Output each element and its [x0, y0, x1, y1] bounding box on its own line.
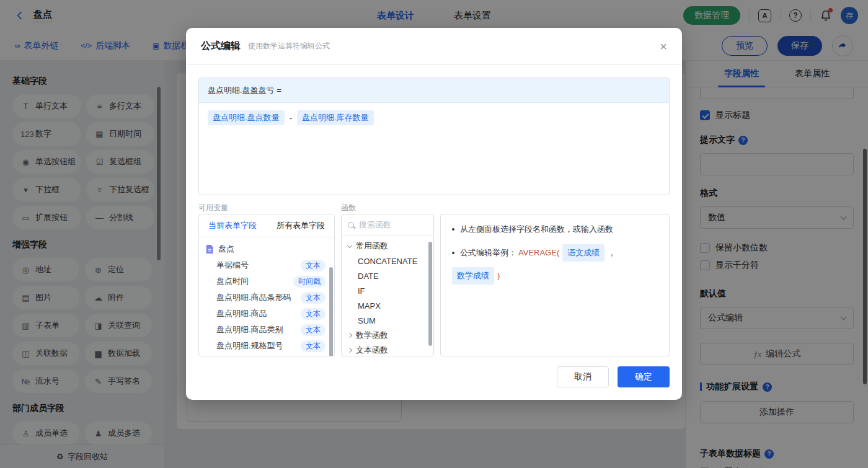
functions-list: 常用函数 CONCATENATE DATE IF MAPX: [342, 236, 433, 356]
variable-type-badge: 文本: [301, 340, 326, 352]
help-example-chip: 语文成绩: [562, 244, 604, 262]
variables-tab[interactable]: 当前表单字段: [208, 220, 257, 231]
formula-expression[interactable]: 盘点明细.盘点数量 - 盘点明细.库存数量: [199, 103, 669, 133]
formula-operand-chip[interactable]: 盘点明细.库存数量: [297, 110, 374, 125]
function-row[interactable]: IF: [342, 283, 433, 298]
functions-box: 常用函数 CONCATENATE DATE IF MAPX: [341, 214, 434, 356]
formula-editor-modal: 公式编辑 使用数学运算符编辑公式 × 盘点明细.盘盈盘亏 = 盘点明细.盘点数量…: [186, 28, 682, 400]
formula-box: 盘点明细.盘盈盘亏 = 盘点明细.盘点数量 - 盘点明细.库存数量: [198, 77, 670, 195]
help-example-chip: 数学成绩: [452, 267, 494, 285]
function-label: MAPX: [358, 301, 381, 311]
variables-rows: 单据编号 文本 盘点时间 时间戳 盘点明细.商品条形码 文本 盘点明细.商品 文…: [199, 257, 334, 354]
function-row[interactable]: SUM: [342, 313, 433, 328]
function-row[interactable]: 数学函数: [342, 328, 433, 343]
variable-row[interactable]: 盘点明细.规格型号 文本: [199, 338, 334, 354]
help-example-fn: AVERAGE(: [518, 246, 559, 260]
variables-tabs: 当前表单字段所有表单字段: [199, 214, 334, 237]
formula-operand-chip[interactable]: 盘点明细.盘点数量: [208, 110, 285, 125]
formula-help-box: 从左侧面板选择字段名和函数，或输入函数 公式编辑举例： AVERAGE( 语文成…: [440, 214, 670, 356]
function-row[interactable]: MAPX: [342, 298, 433, 313]
help-example-prefix: 公式编辑举例：: [460, 246, 516, 260]
chevron-icon: [347, 333, 352, 338]
cancel-button[interactable]: 取消: [557, 366, 609, 387]
modal-title: 公式编辑: [201, 40, 241, 53]
function-label: 常用函数: [356, 241, 388, 252]
function-label: CONCATENATE: [358, 257, 417, 266]
document-icon: [206, 245, 214, 254]
help-example-close: ): [497, 269, 500, 283]
bullet-icon: [452, 228, 454, 231]
variables-list: 盘点 单据编号 文本 盘点时间 时间戳 盘点明细.商品条形码 文本: [199, 237, 334, 356]
variable-row[interactable]: 单据编号 文本: [199, 257, 334, 273]
variable-name: 单据编号: [216, 260, 249, 271]
variables-scrollbar[interactable]: [329, 267, 333, 356]
variables-panel-label: 可用变量: [198, 203, 228, 213]
variable-name: 盘点明细.规格型号: [216, 340, 283, 351]
modal-footer: 取消 确定: [557, 366, 670, 387]
formula-operator: -: [290, 113, 292, 123]
function-label: 文本函数: [356, 345, 388, 356]
function-label: SUM: [358, 316, 376, 325]
function-label: 数学函数: [356, 330, 388, 341]
modal-header: 公式编辑 使用数学运算符编辑公式 ×: [186, 28, 682, 65]
variable-row[interactable]: 盘点明细.商品条形码 文本: [199, 289, 334, 306]
help-example-comma: ，: [608, 246, 616, 260]
variable-type-badge: 文本: [301, 292, 326, 304]
chevron-icon: [347, 242, 352, 247]
variable-type-badge: 文本: [301, 308, 326, 320]
function-row[interactable]: DATE: [342, 268, 433, 283]
function-label: DATE: [358, 272, 379, 281]
variables-box: 当前表单字段所有表单字段 盘点 单据编号 文本 盘点时间 时间戳: [198, 214, 335, 356]
variable-name: 盘点明细.商品: [216, 308, 267, 319]
function-search-input[interactable]: [359, 220, 421, 229]
variable-row[interactable]: 盘点明细.商品类别 文本: [199, 322, 334, 338]
close-icon[interactable]: ×: [660, 40, 667, 53]
functions-panel-label: 函数: [341, 203, 356, 213]
variable-row[interactable]: 盘点时间 时间戳: [199, 273, 334, 289]
function-row[interactable]: 文本函数: [342, 343, 433, 356]
variable-row[interactable]: 盘点明细.商品 文本: [199, 306, 334, 322]
variable-name: 盘点明细.商品类别: [216, 324, 283, 335]
variable-name: 盘点时间: [216, 276, 249, 287]
help-line-2: 公式编辑举例： AVERAGE( 语文成绩 ， 数学成绩 ): [452, 244, 658, 285]
variable-name: 盘点明细.商品条形码: [216, 292, 291, 303]
variable-type-badge: 文本: [301, 260, 326, 272]
function-row[interactable]: 常用函数: [342, 239, 433, 254]
function-search: [342, 214, 433, 236]
variables-tab[interactable]: 所有表单字段: [277, 220, 325, 231]
function-label: IF: [358, 286, 365, 296]
variable-type-badge: 文本: [301, 324, 326, 336]
formula-target: 盘点明细.盘盈盘亏 =: [199, 78, 669, 103]
modal-subtitle: 使用数学运算符编辑公式: [248, 41, 330, 51]
function-row[interactable]: CONCATENATE: [342, 254, 433, 268]
chevron-icon: [347, 348, 352, 353]
functions-scrollbar[interactable]: [428, 242, 432, 346]
search-icon: [348, 222, 354, 228]
variable-type-badge: 时间戳: [293, 276, 326, 288]
variables-root-row[interactable]: 盘点: [199, 241, 334, 257]
help-line-1: 从左侧面板选择字段名和函数，或输入函数: [452, 223, 658, 236]
variables-root-label: 盘点: [218, 244, 234, 255]
bullet-icon: [452, 252, 454, 254]
confirm-button[interactable]: 确定: [618, 366, 670, 387]
app-screen: 盘点 表单设计表单设置 数据管理 A ? 存 ∞ 表单外链: [0, 0, 868, 468]
